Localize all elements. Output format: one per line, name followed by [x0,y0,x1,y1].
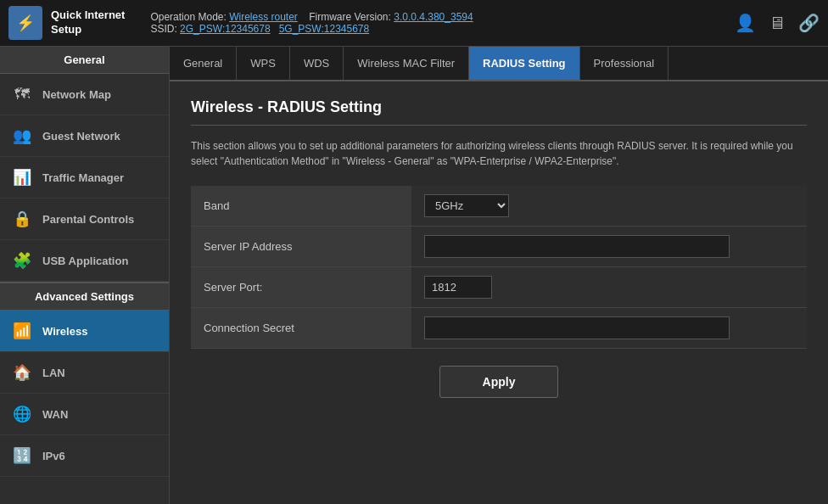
ssid-label: SSID: [150,23,176,35]
band-select[interactable]: 2.4GHz 5GHz [424,194,509,217]
sidebar-item-wireless[interactable]: 📶 Wireless [0,311,169,352]
server-ip-input[interactable] [424,235,730,258]
server-ip-row: Server IP Address [191,227,807,267]
tab-general[interactable]: General [170,47,237,80]
connection-secret-cell [411,308,807,349]
apply-row: Apply [191,366,807,398]
sidebar: General 🗺 Network Map 👥 Guest Network 📊 … [0,47,170,504]
page-description: This section allows you to set up additi… [191,138,807,169]
band-cell: 2.4GHz 5GHz [411,186,807,227]
general-section-header: General [0,47,169,74]
sidebar-item-ipv6-label: IPv6 [42,450,65,462]
user-icon[interactable]: 👤 [735,13,756,33]
top-icons-area: 👤 🖥 🔗 [735,13,820,33]
sidebar-item-lan[interactable]: 🏠 LAN [0,352,169,394]
ipv6-icon: 🔢 [10,444,34,468]
sidebar-item-parental-controls[interactable]: 🔒 Parental Controls [0,199,169,240]
guest-network-icon: 👥 [10,124,34,148]
operation-mode-label: Operation Mode: [150,11,226,23]
apply-button[interactable]: Apply [439,366,559,398]
sidebar-item-traffic-manager-label: Traffic Manager [42,171,124,184]
firmware-label: Firmware Version: [309,11,391,23]
logo-area: ⚡ Quick Internet Setup [8,6,125,40]
band-label: Band [191,186,411,227]
sidebar-item-wan-label: WAN [42,408,68,421]
form-table: Band 2.4GHz 5GHz Server IP Address [191,186,807,349]
connection-secret-label: Connection Secret [191,308,411,349]
server-ip-cell [411,227,807,267]
sidebar-item-ipv6[interactable]: 🔢 IPv6 [0,435,169,477]
main-layout: General 🗺 Network Map 👥 Guest Network 📊 … [0,47,828,504]
sidebar-item-wan[interactable]: 🌐 WAN [0,394,169,435]
sidebar-item-traffic-manager[interactable]: 📊 Traffic Manager [0,157,169,199]
network-map-icon: 🗺 [10,82,34,106]
tab-professional[interactable]: Professional [580,47,669,80]
server-port-cell [411,267,807,308]
sidebar-item-network-map[interactable]: 🗺 Network Map [0,74,169,115]
ssid-5g[interactable]: 5G_PSW:12345678 [279,23,370,35]
sidebar-item-wireless-label: Wireless [42,325,87,338]
server-port-row: Server Port: [191,267,807,308]
logo-icon: ⚡ [8,6,42,40]
operation-mode-value[interactable]: Wireless router [229,11,298,23]
sidebar-item-lan-label: LAN [42,367,65,379]
advanced-settings-header: Advanced Settings [0,282,169,311]
wireless-icon: 📶 [10,319,34,343]
server-port-input[interactable] [424,276,492,299]
top-info: Operation Mode: Wireless router Firmware… [125,11,735,35]
tab-radius-setting[interactable]: RADIUS Setting [469,47,580,80]
ssid-2g[interactable]: 2G_PSW:12345678 [180,23,271,35]
logo-text: Quick Internet Setup [51,8,125,37]
sidebar-item-guest-network-label: Guest Network [42,130,120,143]
sidebar-item-parental-controls-label: Parental Controls [42,213,134,226]
firmware-value[interactable]: 3.0.0.4.380_3594 [394,11,473,23]
connection-secret-input[interactable] [424,316,730,339]
tab-wds[interactable]: WDS [290,47,344,80]
wan-icon: 🌐 [10,402,34,426]
share-icon[interactable]: 🔗 [798,13,820,33]
tab-wireless-mac-filter[interactable]: Wireless MAC Filter [344,47,469,80]
usb-application-icon: 🧩 [10,249,34,272]
server-ip-label: Server IP Address [191,227,411,267]
page-title: Wireless - RADIUS Setting [191,98,807,126]
sidebar-item-usb-application[interactable]: 🧩 USB Application [0,240,169,282]
tab-bar: General WPS WDS Wireless MAC Filter RADI… [170,47,828,81]
band-row: Band 2.4GHz 5GHz [191,186,807,227]
lan-icon: 🏠 [10,361,34,384]
sidebar-item-network-map-label: Network Map [42,88,111,101]
sidebar-item-guest-network[interactable]: 👥 Guest Network [0,115,169,157]
tab-wps[interactable]: WPS [237,47,290,80]
content-area: General WPS WDS Wireless MAC Filter RADI… [170,47,828,504]
traffic-manager-icon: 📊 [10,165,34,189]
connection-secret-row: Connection Secret [191,308,807,349]
page-content: Wireless - RADIUS Setting This section a… [170,81,828,504]
sidebar-item-usb-application-label: USB Application [42,255,128,267]
parental-controls-icon: 🔒 [10,207,34,231]
server-port-label: Server Port: [191,267,411,308]
top-bar: ⚡ Quick Internet Setup Operation Mode: W… [0,0,828,47]
monitor-icon[interactable]: 🖥 [769,14,786,33]
